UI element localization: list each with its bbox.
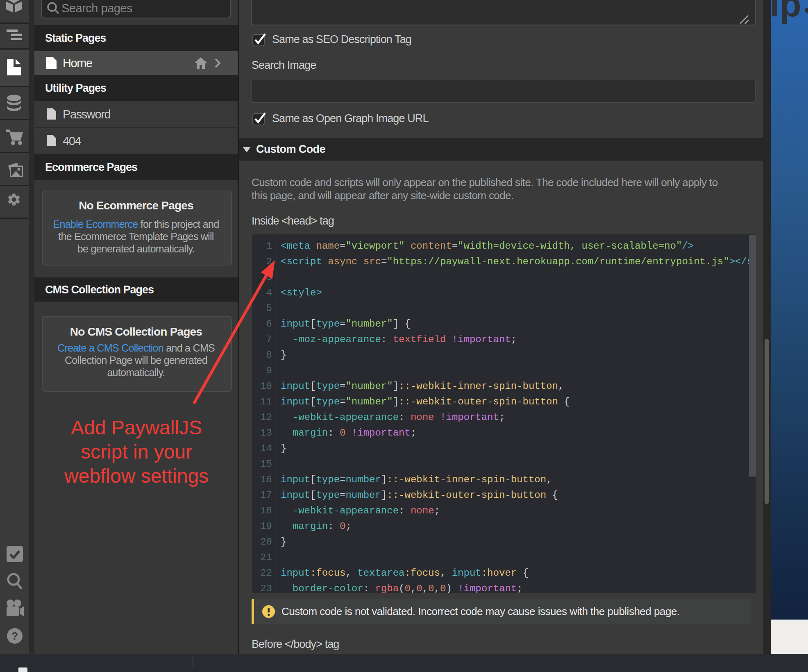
svg-text:?: ? — [11, 630, 18, 642]
